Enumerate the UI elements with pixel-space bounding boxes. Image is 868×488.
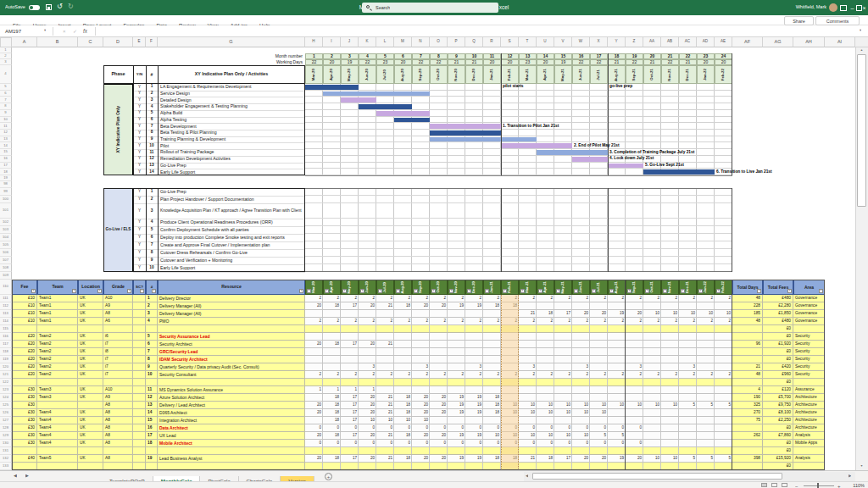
location-cell[interactable]: UK — [78, 356, 103, 363]
resource-cell[interactable]: Integration Architect — [158, 417, 305, 424]
resource-cell[interactable]: Security Assurance Lead — [158, 333, 305, 341]
day-cells-strip[interactable] — [305, 371, 732, 379]
location-cell[interactable]: UK — [78, 318, 103, 325]
sc-cell[interactable] — [133, 440, 146, 447]
activity-number[interactable]: 14 — [146, 169, 158, 175]
area-cell[interactable]: Security — [793, 371, 825, 379]
name-box-dropdown-icon[interactable]: ▾ — [44, 29, 46, 33]
table-cell[interactable] — [793, 463, 825, 470]
working-days-cell[interactable]: 20 — [394, 59, 412, 65]
search-box[interactable]: Search — [362, 3, 498, 13]
working-days-cell[interactable]: 23 — [519, 59, 537, 65]
autosave-toggle[interactable] — [29, 5, 40, 10]
month-label-cell[interactable]: Feb-22 — [715, 65, 732, 84]
golive-row-cells[interactable] — [305, 257, 732, 264]
filter-dropdown-icon[interactable]: ▾ — [31, 289, 36, 293]
grade-cell[interactable]: A10 — [103, 386, 133, 394]
row-header[interactable]: 6 — [0, 91, 12, 97]
sc-cell[interactable] — [133, 455, 146, 463]
table-cell[interactable] — [305, 447, 732, 455]
total-fees-cell[interactable]: £2,280 — [763, 302, 793, 310]
golive-row-cells[interactable] — [305, 234, 732, 241]
sc-cell[interactable] — [133, 310, 146, 318]
team-cell[interactable]: Team4 — [37, 417, 78, 424]
area-cell[interactable]: Assurance — [793, 386, 825, 394]
activity-label[interactable]: Stakeholder Engagement & Testing Plannin… — [158, 103, 305, 110]
filter-dropdown-icon[interactable]: ▾ — [152, 289, 156, 293]
grade-cell[interactable]: A8 — [103, 402, 133, 409]
row-header[interactable]: 123 — [0, 386, 12, 394]
horizontal-scroll-thumb[interactable] — [532, 473, 782, 480]
area-cell[interactable]: Governance — [793, 318, 825, 325]
row-header[interactable]: 124 — [0, 394, 12, 402]
working-days-cell[interactable]: 22 — [626, 59, 643, 65]
yn-cell[interactable]: Y — [133, 234, 146, 241]
scroll-right-icon[interactable]: ▶ — [849, 474, 851, 479]
phase-box-xy[interactable]: XY Indicative Plan Only — [103, 84, 133, 175]
column-header[interactable]: AG — [763, 37, 793, 47]
table-cell[interactable] — [37, 325, 78, 333]
yn-cell[interactable]: Y — [133, 156, 146, 163]
table-cell[interactable] — [793, 325, 825, 333]
table-cell[interactable] — [103, 463, 133, 470]
column-header[interactable]: U — [537, 37, 554, 47]
day-cells-strip[interactable] — [305, 295, 732, 302]
filter-dropdown-icon[interactable]: ▾ — [396, 289, 400, 293]
grade-cell[interactable]: A8 — [103, 440, 133, 447]
column-header[interactable]: AD — [697, 37, 715, 47]
resource-cell[interactable]: Security Architect — [158, 341, 305, 348]
gantt-row-cells[interactable] — [305, 97, 732, 103]
filter-dropdown-icon[interactable]: ▾ — [663, 289, 667, 293]
undo-icon[interactable]: ↺ — [57, 3, 63, 10]
table-cell[interactable] — [146, 463, 158, 470]
grade-cell[interactable]: A8 — [103, 455, 133, 463]
yn-cell[interactable]: Y — [133, 163, 146, 169]
area-cell[interactable]: Governance — [793, 295, 825, 302]
column-header[interactable]: C — [78, 37, 103, 47]
working-days-cell[interactable]: 19 — [554, 59, 572, 65]
page-layout-view-icon[interactable] — [771, 483, 777, 487]
total-fees-cell[interactable]: £0 — [763, 333, 793, 341]
activity-label[interactable]: Training Planning & Development — [158, 136, 305, 143]
activity-label[interactable]: Go-Live Prep — [158, 188, 305, 196]
day-cells-strip[interactable] — [305, 402, 732, 409]
gantt-row-cells[interactable] — [305, 130, 732, 136]
fee-cell[interactable]: £30 — [12, 402, 37, 409]
activity-label[interactable]: Cutover and Verification + Monitoring — [158, 257, 305, 264]
total-fees-cell[interactable]: £0 — [763, 379, 793, 386]
month-label-cell[interactable]: Sep-20 — [412, 65, 430, 84]
row-header[interactable]: 5 — [0, 84, 12, 91]
yn-cell[interactable]: Y — [133, 149, 146, 156]
total-days-cell[interactable] — [732, 356, 763, 363]
resource-cell[interactable]: Delivery Manager (All) — [158, 302, 305, 310]
month-label-cell[interactable]: Jul-21 — [590, 65, 608, 84]
tab-scroll-right-icon[interactable]: ▶ — [25, 474, 29, 478]
zoom-slider[interactable] — [804, 485, 834, 486]
total-fees-cell[interactable]: £9,750 — [763, 402, 793, 409]
golive-row-cells[interactable] — [305, 196, 732, 203]
resource-number-cell[interactable]: 6 — [146, 341, 158, 348]
total-fees-cell[interactable]: £0 — [763, 447, 793, 455]
yn-cell[interactable]: Y — [133, 257, 146, 264]
table-cell[interactable] — [12, 447, 37, 455]
grade-cell[interactable]: A9 — [103, 394, 133, 402]
table-cell[interactable] — [103, 447, 133, 455]
filter-dropdown-icon[interactable]: ▾ — [503, 289, 507, 293]
total-fees-cell[interactable]: £1,920 — [763, 341, 793, 348]
total-fees-cell[interactable]: £2,250 — [763, 417, 793, 424]
column-header[interactable]: M — [394, 37, 412, 47]
location-cell[interactable]: UK — [78, 394, 103, 402]
column-header[interactable]: B — [37, 37, 78, 47]
gantt-row-cells[interactable] — [305, 117, 732, 124]
fee-cell[interactable]: £10 — [12, 310, 37, 318]
day-cells-strip[interactable] — [305, 394, 732, 402]
table-cell[interactable] — [133, 379, 146, 386]
sc-cell[interactable] — [133, 348, 146, 356]
total-fees-cell[interactable]: £0 — [763, 440, 793, 447]
working-days-cell[interactable]: 22 — [572, 59, 590, 65]
team-cell[interactable]: Team4 — [37, 432, 78, 440]
resource-cell[interactable]: MS Dynamics Solution Assurance — [158, 386, 305, 394]
location-cell[interactable]: UK — [78, 417, 103, 424]
location-cell[interactable]: UK — [78, 409, 103, 417]
month-number-cell[interactable]: 18 — [608, 53, 626, 59]
